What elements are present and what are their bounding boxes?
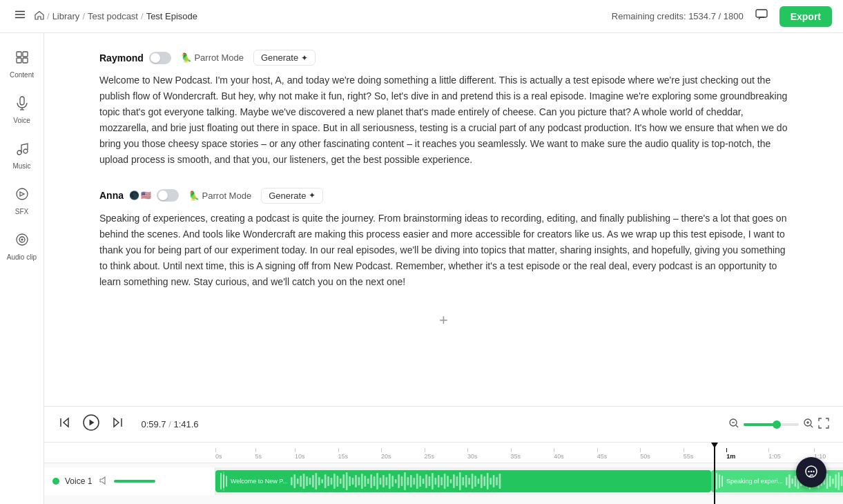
svg-rect-72 <box>422 478 424 484</box>
generate-label: Generate <box>261 52 298 63</box>
segment-2-toggle[interactable] <box>157 189 179 202</box>
segment-1-toggle[interactable] <box>149 52 171 64</box>
ruler-mark-15s: 15s <box>338 448 349 460</box>
track-mute-button[interactable] <box>99 476 108 487</box>
chat-bubble[interactable] <box>796 457 826 487</box>
svg-rect-40 <box>324 474 326 488</box>
zoom-slider-track[interactable] <box>744 423 799 426</box>
ruler-mark-30s: 30s <box>467 448 478 460</box>
home-icon <box>35 10 44 22</box>
svg-rect-29 <box>291 477 293 485</box>
sidebar-label-voice: Voice <box>13 117 30 124</box>
track-name: Voice 1 <box>65 476 92 486</box>
zoom-slider-thumb[interactable] <box>773 420 781 429</box>
ruler-label: 40s <box>554 453 564 460</box>
breadcrumb-library[interactable]: Library <box>52 11 80 21</box>
export-button[interactable]: Export <box>779 6 832 27</box>
sidebar-item-audioclip[interactable]: Audio clip <box>3 226 41 266</box>
segment-1-generate[interactable]: Generate ✦ <box>253 50 316 66</box>
svg-rect-32 <box>300 476 302 487</box>
svg-rect-35 <box>309 478 311 485</box>
sidebar-item-music[interactable]: Music <box>3 135 41 175</box>
sfx-icon <box>14 186 30 205</box>
sidebar-item-content[interactable]: Content <box>3 44 41 84</box>
topbar-left: / Library / Test podcast / Test Episode <box>11 6 197 27</box>
add-block-area: + <box>99 309 788 331</box>
track-volume-bar[interactable] <box>114 480 155 483</box>
zoom-in-button[interactable] <box>803 418 814 432</box>
tick <box>255 448 256 452</box>
svg-point-138 <box>808 471 809 472</box>
svg-rect-34 <box>306 476 308 486</box>
svg-rect-38 <box>318 477 320 485</box>
svg-rect-99 <box>719 474 720 488</box>
editor-area: Raymond 🦜 Parrot Mode Generate ✦ Welcome… <box>44 33 843 406</box>
svg-rect-67 <box>407 477 409 485</box>
svg-rect-87 <box>468 478 470 485</box>
flag-us: 🇺🇸 <box>141 191 151 200</box>
svg-rect-7 <box>23 58 28 63</box>
tick <box>425 448 425 452</box>
waveform-svg-1 <box>291 472 707 491</box>
time-display: 0:59.7 / 1:41.6 <box>135 419 204 429</box>
svg-rect-4 <box>17 52 21 57</box>
svg-rect-68 <box>410 475 412 487</box>
chat-icon-button[interactable] <box>752 5 771 28</box>
skip-forward-button[interactable] <box>110 416 124 433</box>
ruler-mark-45s: 45s <box>597 448 608 460</box>
main-layout: Content Voice Music <box>0 33 843 504</box>
chat-bubble-icon <box>804 465 819 480</box>
add-block-button[interactable]: + <box>433 309 455 331</box>
music-icon <box>14 141 30 159</box>
ruler-label: 10s <box>295 453 305 460</box>
svg-rect-116 <box>829 476 831 487</box>
menu-button[interactable] <box>11 6 29 27</box>
svg-rect-5 <box>23 52 28 57</box>
svg-point-16 <box>21 239 23 241</box>
tick <box>814 448 815 452</box>
segment-2-parrot-mode[interactable]: 🦜 Parrot Mode <box>184 189 255 202</box>
fullscreen-button[interactable] <box>818 418 829 432</box>
play-button[interactable] <box>83 414 99 435</box>
svg-rect-47 <box>346 472 348 490</box>
segment-2-generate[interactable]: Generate ✦ <box>261 188 323 204</box>
track-content-voice1: Welcome to New P... <box>215 467 843 495</box>
svg-rect-92 <box>483 476 485 486</box>
waveform-icon <box>220 472 228 491</box>
svg-rect-93 <box>487 473 489 490</box>
sidebar-item-sfx[interactable]: SFX <box>3 181 41 221</box>
clip-label-2: Speaking of experi... <box>726 478 783 485</box>
svg-rect-37 <box>315 473 317 490</box>
generate-sparkle-icon: ✦ <box>301 53 308 63</box>
waveform-icon-2 <box>715 472 724 491</box>
generate-sparkle-icon-2: ✦ <box>309 191 316 200</box>
segment-1-text[interactable]: Welcome to New Podcast. I'm your host, A… <box>99 72 788 168</box>
svg-rect-85 <box>462 477 464 485</box>
skip-back-button[interactable] <box>58 416 72 433</box>
toggle-knob <box>151 53 160 63</box>
ruler-mark-50s: 50s <box>640 448 650 460</box>
svg-rect-51 <box>358 477 360 485</box>
svg-rect-79 <box>444 474 446 489</box>
ruler-marks: 0s 5s 10s 15s <box>44 443 843 460</box>
player-bar: 0:59.7 / 1:41.6 <box>44 406 843 442</box>
segment-2-text[interactable]: Speaking of experiences, creating a podc… <box>99 211 788 290</box>
segment-1-parrot-mode[interactable]: 🦜 Parrot Mode <box>177 51 248 64</box>
zoom-out-button[interactable] <box>728 418 739 432</box>
sidebar-item-voice[interactable]: Voice <box>3 90 41 130</box>
breadcrumb-podcast[interactable]: Test podcast <box>88 11 138 21</box>
breadcrumb-sep2: / <box>82 11 85 21</box>
ruler-label: 1m <box>726 453 735 460</box>
svg-rect-60 <box>385 477 387 485</box>
svg-rect-28 <box>226 476 227 487</box>
audio-clip-1[interactable]: Welcome to New P... <box>215 470 711 492</box>
zoom-controls <box>728 418 829 432</box>
ruler-mark-10s: 10s <box>295 448 305 460</box>
svg-rect-43 <box>333 474 336 489</box>
ruler-mark-25s: 25s <box>425 448 435 460</box>
svg-rect-41 <box>327 476 329 486</box>
svg-point-13 <box>17 188 28 200</box>
tick <box>640 448 641 452</box>
clip-label-1: Welcome to New P... <box>231 478 288 485</box>
svg-rect-75 <box>432 473 434 490</box>
